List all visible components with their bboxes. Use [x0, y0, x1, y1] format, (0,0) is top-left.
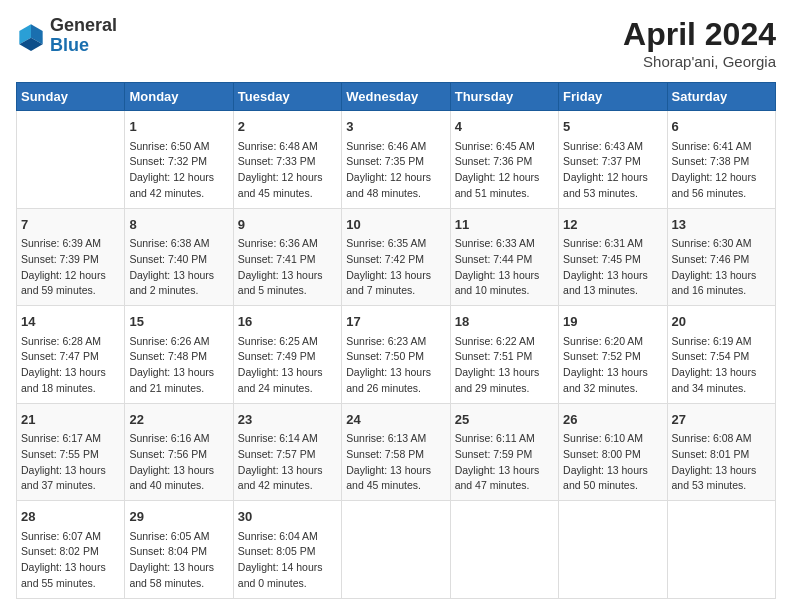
day-info: Sunrise: 6:11 AM Sunset: 7:59 PM Dayligh… [455, 431, 554, 494]
calendar-cell [342, 501, 450, 599]
day-number: 2 [238, 117, 337, 137]
day-info: Sunrise: 6:25 AM Sunset: 7:49 PM Dayligh… [238, 334, 337, 397]
day-info: Sunrise: 6:35 AM Sunset: 7:42 PM Dayligh… [346, 236, 445, 299]
calendar-week-2: 7Sunrise: 6:39 AM Sunset: 7:39 PM Daylig… [17, 208, 776, 306]
calendar-cell: 6Sunrise: 6:41 AM Sunset: 7:38 PM Daylig… [667, 111, 775, 209]
calendar-cell: 21Sunrise: 6:17 AM Sunset: 7:55 PM Dayli… [17, 403, 125, 501]
day-info: Sunrise: 6:50 AM Sunset: 7:32 PM Dayligh… [129, 139, 228, 202]
calendar-cell: 3Sunrise: 6:46 AM Sunset: 7:35 PM Daylig… [342, 111, 450, 209]
day-number: 9 [238, 215, 337, 235]
day-number: 12 [563, 215, 662, 235]
calendar-cell: 2Sunrise: 6:48 AM Sunset: 7:33 PM Daylig… [233, 111, 341, 209]
day-info: Sunrise: 6:08 AM Sunset: 8:01 PM Dayligh… [672, 431, 771, 494]
calendar-cell: 4Sunrise: 6:45 AM Sunset: 7:36 PM Daylig… [450, 111, 558, 209]
day-number: 3 [346, 117, 445, 137]
day-info: Sunrise: 6:17 AM Sunset: 7:55 PM Dayligh… [21, 431, 120, 494]
day-number: 27 [672, 410, 771, 430]
calendar-cell: 23Sunrise: 6:14 AM Sunset: 7:57 PM Dayli… [233, 403, 341, 501]
calendar-cell [559, 501, 667, 599]
day-number: 16 [238, 312, 337, 332]
day-info: Sunrise: 6:10 AM Sunset: 8:00 PM Dayligh… [563, 431, 662, 494]
calendar-cell: 15Sunrise: 6:26 AM Sunset: 7:48 PM Dayli… [125, 306, 233, 404]
calendar-cell: 24Sunrise: 6:13 AM Sunset: 7:58 PM Dayli… [342, 403, 450, 501]
day-number: 19 [563, 312, 662, 332]
day-header-wednesday: Wednesday [342, 83, 450, 111]
day-info: Sunrise: 6:41 AM Sunset: 7:38 PM Dayligh… [672, 139, 771, 202]
calendar-cell [450, 501, 558, 599]
day-info: Sunrise: 6:38 AM Sunset: 7:40 PM Dayligh… [129, 236, 228, 299]
calendar-week-5: 28Sunrise: 6:07 AM Sunset: 8:02 PM Dayli… [17, 501, 776, 599]
calendar-cell: 14Sunrise: 6:28 AM Sunset: 7:47 PM Dayli… [17, 306, 125, 404]
calendar-cell: 25Sunrise: 6:11 AM Sunset: 7:59 PM Dayli… [450, 403, 558, 501]
day-info: Sunrise: 6:05 AM Sunset: 8:04 PM Dayligh… [129, 529, 228, 592]
day-info: Sunrise: 6:33 AM Sunset: 7:44 PM Dayligh… [455, 236, 554, 299]
calendar-cell: 8Sunrise: 6:38 AM Sunset: 7:40 PM Daylig… [125, 208, 233, 306]
day-info: Sunrise: 6:36 AM Sunset: 7:41 PM Dayligh… [238, 236, 337, 299]
calendar-cell: 16Sunrise: 6:25 AM Sunset: 7:49 PM Dayli… [233, 306, 341, 404]
day-number: 11 [455, 215, 554, 235]
day-number: 6 [672, 117, 771, 137]
day-number: 26 [563, 410, 662, 430]
day-number: 5 [563, 117, 662, 137]
calendar-cell: 18Sunrise: 6:22 AM Sunset: 7:51 PM Dayli… [450, 306, 558, 404]
day-number: 15 [129, 312, 228, 332]
calendar-cell: 5Sunrise: 6:43 AM Sunset: 7:37 PM Daylig… [559, 111, 667, 209]
page-header: General Blue April 2024 Shorap'ani, Geor… [16, 16, 776, 70]
day-header-friday: Friday [559, 83, 667, 111]
calendar-cell: 13Sunrise: 6:30 AM Sunset: 7:46 PM Dayli… [667, 208, 775, 306]
day-number: 28 [21, 507, 120, 527]
day-number: 24 [346, 410, 445, 430]
day-number: 18 [455, 312, 554, 332]
day-info: Sunrise: 6:14 AM Sunset: 7:57 PM Dayligh… [238, 431, 337, 494]
calendar-week-1: 1Sunrise: 6:50 AM Sunset: 7:32 PM Daylig… [17, 111, 776, 209]
day-info: Sunrise: 6:19 AM Sunset: 7:54 PM Dayligh… [672, 334, 771, 397]
calendar-cell: 20Sunrise: 6:19 AM Sunset: 7:54 PM Dayli… [667, 306, 775, 404]
calendar-cell: 30Sunrise: 6:04 AM Sunset: 8:05 PM Dayli… [233, 501, 341, 599]
day-header-thursday: Thursday [450, 83, 558, 111]
day-info: Sunrise: 6:07 AM Sunset: 8:02 PM Dayligh… [21, 529, 120, 592]
day-number: 23 [238, 410, 337, 430]
calendar-cell: 9Sunrise: 6:36 AM Sunset: 7:41 PM Daylig… [233, 208, 341, 306]
calendar-cell: 1Sunrise: 6:50 AM Sunset: 7:32 PM Daylig… [125, 111, 233, 209]
title-block: April 2024 Shorap'ani, Georgia [623, 16, 776, 70]
location: Shorap'ani, Georgia [623, 53, 776, 70]
day-number: 20 [672, 312, 771, 332]
days-header-row: SundayMondayTuesdayWednesdayThursdayFrid… [17, 83, 776, 111]
calendar-table: SundayMondayTuesdayWednesdayThursdayFrid… [16, 82, 776, 599]
day-number: 13 [672, 215, 771, 235]
logo: General Blue [16, 16, 117, 56]
day-info: Sunrise: 6:43 AM Sunset: 7:37 PM Dayligh… [563, 139, 662, 202]
calendar-week-3: 14Sunrise: 6:28 AM Sunset: 7:47 PM Dayli… [17, 306, 776, 404]
calendar-cell [17, 111, 125, 209]
calendar-cell: 27Sunrise: 6:08 AM Sunset: 8:01 PM Dayli… [667, 403, 775, 501]
day-info: Sunrise: 6:26 AM Sunset: 7:48 PM Dayligh… [129, 334, 228, 397]
calendar-cell: 10Sunrise: 6:35 AM Sunset: 7:42 PM Dayli… [342, 208, 450, 306]
day-info: Sunrise: 6:20 AM Sunset: 7:52 PM Dayligh… [563, 334, 662, 397]
calendar-cell: 22Sunrise: 6:16 AM Sunset: 7:56 PM Dayli… [125, 403, 233, 501]
day-number: 10 [346, 215, 445, 235]
calendar-cell: 26Sunrise: 6:10 AM Sunset: 8:00 PM Dayli… [559, 403, 667, 501]
day-info: Sunrise: 6:13 AM Sunset: 7:58 PM Dayligh… [346, 431, 445, 494]
logo-text: General Blue [50, 16, 117, 56]
calendar-cell: 19Sunrise: 6:20 AM Sunset: 7:52 PM Dayli… [559, 306, 667, 404]
day-number: 30 [238, 507, 337, 527]
day-header-tuesday: Tuesday [233, 83, 341, 111]
day-info: Sunrise: 6:16 AM Sunset: 7:56 PM Dayligh… [129, 431, 228, 494]
day-info: Sunrise: 6:28 AM Sunset: 7:47 PM Dayligh… [21, 334, 120, 397]
day-number: 14 [21, 312, 120, 332]
day-info: Sunrise: 6:04 AM Sunset: 8:05 PM Dayligh… [238, 529, 337, 592]
day-info: Sunrise: 6:45 AM Sunset: 7:36 PM Dayligh… [455, 139, 554, 202]
day-info: Sunrise: 6:46 AM Sunset: 7:35 PM Dayligh… [346, 139, 445, 202]
calendar-cell [667, 501, 775, 599]
day-number: 21 [21, 410, 120, 430]
calendar-week-4: 21Sunrise: 6:17 AM Sunset: 7:55 PM Dayli… [17, 403, 776, 501]
day-info: Sunrise: 6:23 AM Sunset: 7:50 PM Dayligh… [346, 334, 445, 397]
calendar-cell: 29Sunrise: 6:05 AM Sunset: 8:04 PM Dayli… [125, 501, 233, 599]
day-number: 7 [21, 215, 120, 235]
day-info: Sunrise: 6:30 AM Sunset: 7:46 PM Dayligh… [672, 236, 771, 299]
day-info: Sunrise: 6:39 AM Sunset: 7:39 PM Dayligh… [21, 236, 120, 299]
day-number: 22 [129, 410, 228, 430]
logo-icon [16, 21, 46, 51]
day-header-saturday: Saturday [667, 83, 775, 111]
day-header-monday: Monday [125, 83, 233, 111]
